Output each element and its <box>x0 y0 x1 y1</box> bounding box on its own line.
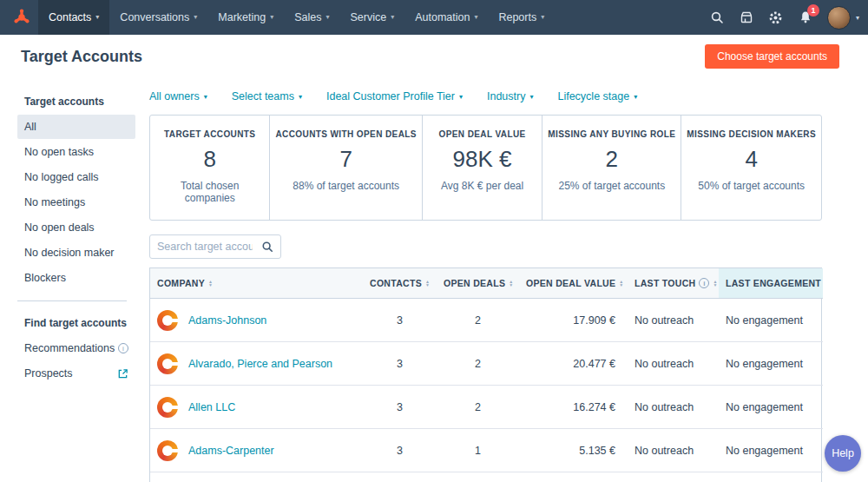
sidebar-item-label: No meetings <box>24 196 85 208</box>
column-label: LAST ENGAGEMENT <box>726 278 821 288</box>
column-label: COMPANY <box>157 278 205 288</box>
nav-item-label: Contacts <box>49 11 91 23</box>
hubspot-logo-icon[interactable] <box>9 0 35 35</box>
column-header-last-engagement[interactable]: LAST ENGAGEMENTi▾ <box>719 268 823 299</box>
table-row: Adams-Carpenter 3 1 5.135 € No outreach … <box>150 429 823 472</box>
sidebar-item-no-decision-maker[interactable]: No decision maker <box>17 241 135 265</box>
nav-item-service[interactable]: Service ▾ <box>339 0 404 35</box>
last-touch-cell: hace 2 años <box>628 472 719 482</box>
notifications-bell-icon[interactable]: 1 <box>798 10 813 25</box>
stat-subtext: 50% of target accounts <box>687 180 816 192</box>
nav-item-contacts[interactable]: Contacts ▾ <box>38 0 109 35</box>
stat-value: 7 <box>275 146 416 173</box>
chevron-down-icon: ▾ <box>299 93 302 101</box>
company-logo <box>157 310 178 331</box>
stat-label: MISSING DECISION MAKERS <box>687 129 816 139</box>
filter-all-owners[interactable]: All owners ▾ <box>149 90 207 102</box>
sidebar-item-all[interactable]: All <box>17 115 135 139</box>
nav-item-reports[interactable]: Reports ▾ <box>488 0 555 35</box>
nav-item-marketing[interactable]: Marketing ▾ <box>207 0 284 35</box>
sidebar-item-label: No logged calls <box>24 171 98 183</box>
last-engagement-cell: No engagement <box>719 472 823 482</box>
last-engagement-cell: No engagement <box>719 342 823 386</box>
chevron-down-icon: ▾ <box>541 14 544 21</box>
choose-target-accounts-button[interactable]: Choose target accounts <box>705 44 839 69</box>
company-logo <box>157 353 178 374</box>
search-box <box>149 234 281 259</box>
table-row: Allen LLC 3 2 16.274 € No outreach No en… <box>150 386 823 429</box>
last-engagement-cell: No engagement <box>719 299 823 342</box>
stat-target-accounts: TARGET ACCOUNTS 8 Total chosen companies <box>150 116 270 220</box>
settings-gear-icon[interactable] <box>768 10 784 25</box>
summary-stats-card: TARGET ACCOUNTS 8 Total chosen companies… <box>149 115 822 221</box>
stat-accounts-with-open-deals: ACCOUNTS WITH OPEN DEALS 7 88% of target… <box>270 116 422 220</box>
stat-value: 8 <box>155 146 264 173</box>
user-avatar <box>827 6 851 30</box>
column-header-company[interactable]: COMPANY <box>150 268 363 299</box>
search-target-account-input[interactable] <box>157 241 253 253</box>
sidebar-item-no-open-tasks[interactable]: No open tasks <box>17 140 135 164</box>
column-header-contacts[interactable]: CONTACTS <box>363 268 437 299</box>
open-deal-value-cell: 17.909 € <box>519 299 628 342</box>
company-link[interactable]: Alvarado, Pierce and Pearson <box>188 358 332 370</box>
column-label: OPEN DEALS <box>444 278 505 288</box>
column-header-last-touch[interactable]: LAST TOUCHi <box>628 268 719 299</box>
sidebar-item-no-logged-calls[interactable]: No logged calls <box>17 165 135 189</box>
marketplace-icon[interactable] <box>739 10 754 25</box>
target-accounts-page: Contacts ▾ Conversations ▾ Marketing ▾ S… <box>0 0 868 482</box>
company-link[interactable]: Adams-Johnson <box>188 314 266 327</box>
stat-subtext: 25% of target accounts <box>548 180 675 192</box>
nav-item-label: Automation <box>415 11 470 23</box>
filter-industry[interactable]: Industry ▾ <box>487 90 533 102</box>
company-link[interactable]: Allen LLC <box>188 401 235 413</box>
search-icon[interactable] <box>261 241 273 253</box>
filter-select-teams[interactable]: Select teams ▾ <box>232 90 302 102</box>
open-deals-cell: 2 <box>437 342 519 386</box>
column-header-open-deal-value[interactable]: OPEN DEAL VALUE <box>519 268 628 299</box>
nav-item-label: Conversations <box>120 11 189 23</box>
open-deal-value-cell: 5.135 € <box>519 429 628 472</box>
sidebar-item-no-meetings[interactable]: No meetings <box>17 190 135 215</box>
nav-item-automation[interactable]: Automation ▾ <box>404 0 488 35</box>
external-link-icon <box>117 368 128 380</box>
sidebar-divider <box>17 300 127 301</box>
contacts-cell: 3 <box>363 386 437 429</box>
target-accounts-table: COMPANY CONTACTS OPEN DEALS OPEN DEAL VA… <box>149 267 822 482</box>
sort-icon <box>509 280 513 287</box>
last-touch-cell: No outreach <box>628 386 719 429</box>
sidebar-item-blockers[interactable]: Blockers <box>17 266 135 290</box>
info-icon[interactable]: i <box>699 278 709 288</box>
column-header-open-deals[interactable]: OPEN DEALS <box>437 268 519 299</box>
company-link[interactable]: Adams-Carpenter <box>188 445 274 457</box>
table-row: Alvarez Inc 3 1 9.387 € hace 2 años No e… <box>150 472 823 482</box>
chevron-down-icon: ▾ <box>95 14 99 21</box>
sort-icon <box>425 280 430 287</box>
info-icon[interactable]: i <box>118 343 128 353</box>
filter-label: Industry <box>487 90 525 102</box>
stat-subtext: Avg 8K € per deal <box>428 180 536 192</box>
filter-ideal-customer-profile-tier[interactable]: Ideal Customer Profile Tier ▾ <box>326 90 463 102</box>
stat-label: MISSING ANY BUYING ROLE <box>548 129 675 139</box>
stat-label: TARGET ACCOUNTS <box>155 129 264 139</box>
help-button[interactable]: Help <box>825 435 861 472</box>
stat-missing-any-buying-role: MISSING ANY BUYING ROLE 2 25% of target … <box>542 116 681 220</box>
page-title: Target Accounts <box>21 48 142 66</box>
stat-value: 98K € <box>428 146 536 173</box>
sidebar-item-prospects[interactable]: Prospects <box>17 361 135 386</box>
filter-lifecycle-stage[interactable]: Lifecycle stage ▾ <box>557 90 637 102</box>
sidebar-item-label: Blockers <box>24 272 66 284</box>
table-row: Alvarado, Pierce and Pearson 3 2 20.477 … <box>150 342 823 386</box>
chevron-down-icon: ▾ <box>474 14 477 21</box>
sidebar-item-recommendations[interactable]: Recommendations i <box>17 336 135 360</box>
sort-icon <box>713 280 717 287</box>
stat-label: ACCOUNTS WITH OPEN DEALS <box>275 129 416 139</box>
stat-missing-decision-makers: MISSING DECISION MAKERS 4 50% of target … <box>681 116 821 220</box>
search-icon[interactable] <box>709 10 725 25</box>
sidebar-item-no-open-deals[interactable]: No open deals <box>17 215 135 240</box>
user-menu[interactable]: ▾ <box>827 6 859 30</box>
last-touch-cell: No outreach <box>628 429 719 472</box>
nav-item-conversations[interactable]: Conversations ▾ <box>109 0 207 35</box>
chevron-down-icon: ▾ <box>326 14 329 21</box>
nav-item-sales[interactable]: Sales ▾ <box>284 0 339 35</box>
contacts-cell: 3 <box>363 472 437 482</box>
